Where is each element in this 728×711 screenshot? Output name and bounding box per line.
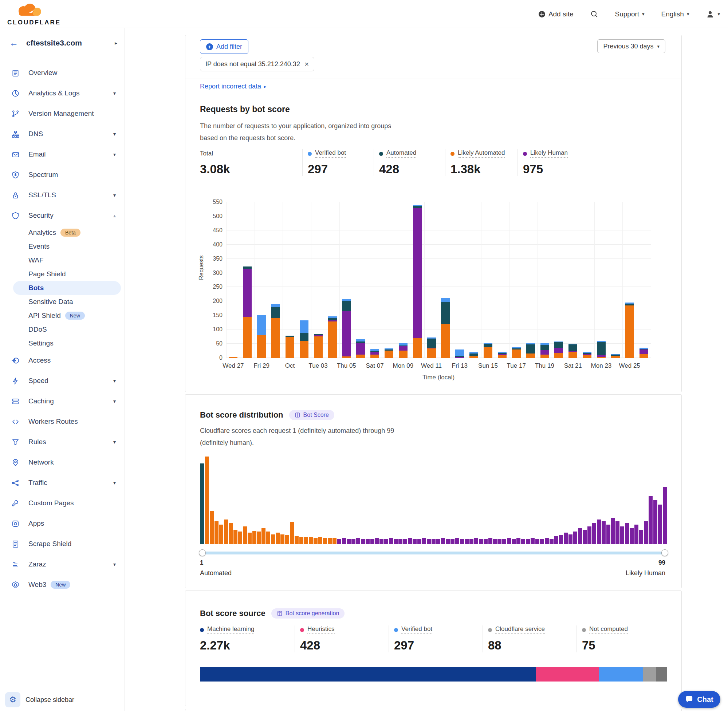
sidebar-item-email[interactable]: Email▾	[0, 144, 124, 165]
stacked-bar[interactable]	[243, 267, 252, 358]
histogram-bar-likely_human[interactable]	[554, 536, 558, 544]
stacked-bar[interactable]	[229, 357, 238, 358]
histogram-bar-likely_human[interactable]	[653, 500, 657, 544]
histogram-bar-likely_automated[interactable]	[295, 536, 298, 544]
stacked-bar[interactable]	[271, 304, 280, 358]
histogram-bar-likely_automated[interactable]	[243, 527, 247, 544]
histogram-bar-likely_human[interactable]	[549, 539, 554, 544]
histogram-bar-likely_automated[interactable]	[205, 457, 209, 544]
histogram-bar-likely_human[interactable]	[408, 538, 412, 544]
stacked-bar[interactable]	[285, 336, 294, 358]
histogram-bar-likely_human[interactable]	[648, 496, 653, 544]
search-button[interactable]	[590, 10, 598, 18]
score-range-slider[interactable]	[200, 552, 667, 555]
histogram-bar-likely_human[interactable]	[446, 539, 450, 544]
histogram-bar-likely_human[interactable]	[484, 539, 488, 544]
histogram-bar-likely_human[interactable]	[620, 527, 624, 544]
histogram-bar-likely_human[interactable]	[559, 535, 563, 544]
sidebar-item-ddos[interactable]: DDoS	[0, 323, 124, 336]
histogram-bar-likely_automated[interactable]	[224, 519, 228, 544]
histogram-bar-likely_human[interactable]	[597, 519, 601, 544]
histogram-bar-likely_automated[interactable]	[323, 538, 327, 544]
stacked-bar[interactable]	[455, 350, 464, 358]
stacked-bar[interactable]	[441, 298, 450, 358]
close-icon[interactable]: ×	[304, 60, 309, 68]
sidebar-item-custom-pages[interactable]: Custom Pages	[0, 493, 124, 513]
sidebar-item-sensitive-data[interactable]: Sensitive Data	[0, 295, 124, 309]
stacked-bar[interactable]	[611, 354, 620, 358]
histogram-bar-likely_human[interactable]	[663, 487, 667, 544]
sidebar-item-spectrum[interactable]: Spectrum	[0, 165, 124, 185]
account-menu[interactable]: ▾	[706, 10, 720, 19]
source-segment-heuristics[interactable]	[536, 667, 599, 681]
histogram-bar-likely_automated[interactable]	[299, 537, 303, 544]
collapse-sidebar-label[interactable]: Collapse sidebar	[25, 696, 74, 704]
histogram-bar-likely_automated[interactable]	[261, 528, 266, 544]
histogram-bar-likely_human[interactable]	[658, 504, 662, 544]
histogram-bar-likely_human[interactable]	[351, 539, 356, 544]
stat-label[interactable]: Verified bot	[315, 149, 346, 158]
stat-label[interactable]: Verified bot	[401, 625, 432, 634]
sidebar-item-security[interactable]: Security▴	[0, 205, 124, 226]
histogram-bar-likely_human[interactable]	[569, 534, 573, 544]
stacked-bar[interactable]	[569, 344, 577, 358]
histogram-bar-likely_human[interactable]	[588, 527, 591, 544]
sidebar-item-speed[interactable]: Speed▾	[0, 370, 124, 391]
histogram-bar-likely_human[interactable]	[441, 538, 445, 544]
histogram-bar-likely_automated[interactable]	[233, 530, 238, 544]
sidebar-item-analytics-logs[interactable]: Analytics & Logs▾	[0, 83, 124, 103]
stacked-bar[interactable]	[399, 343, 408, 358]
stacked-bar[interactable]	[540, 343, 549, 358]
histogram-bar-likely_automated[interactable]	[271, 534, 275, 544]
stacked-bar[interactable]	[328, 316, 337, 358]
histogram-bar-likely_human[interactable]	[413, 539, 416, 544]
histogram-bar-likely_human[interactable]	[356, 538, 360, 544]
histogram-bar-likely_human[interactable]	[465, 539, 469, 544]
histogram-bar-likely_automated[interactable]	[238, 531, 242, 544]
histogram-bar-likely_human[interactable]	[384, 539, 388, 544]
histogram-bar-likely_human[interactable]	[517, 538, 520, 544]
time-range-dropdown[interactable]: Previous 30 days ▾	[597, 39, 665, 53]
histogram-bar-likely_human[interactable]	[502, 539, 506, 544]
sidebar-item-access[interactable]: Access	[0, 350, 124, 370]
histogram-bar-likely_human[interactable]	[592, 523, 596, 544]
add-site-button[interactable]: Add site	[538, 10, 574, 18]
stacked-bar[interactable]	[257, 315, 266, 358]
stacked-bar[interactable]	[583, 352, 591, 358]
stat-label[interactable]: Heuristics	[307, 625, 335, 634]
histogram-bar-likely_human[interactable]	[479, 539, 483, 544]
stacked-bar[interactable]	[639, 348, 648, 358]
histogram-bar-likely_human[interactable]	[455, 538, 459, 544]
histogram-bar-likely_automated[interactable]	[285, 535, 289, 544]
stacked-bar[interactable]	[554, 341, 563, 358]
histogram-bar-likely_automated[interactable]	[290, 522, 294, 544]
report-incorrect-data-link[interactable]: Report incorrect data ▸	[200, 83, 267, 90]
histogram-bar-likely_human[interactable]	[460, 539, 464, 544]
stacked-bar[interactable]	[356, 339, 365, 358]
histogram-bar-likely_human[interactable]	[347, 539, 351, 544]
histogram-bar-likely_automated[interactable]	[266, 531, 270, 544]
histogram-bar-likely_automated[interactable]	[328, 538, 332, 544]
histogram-bar-likely_human[interactable]	[474, 538, 478, 544]
histogram-bar-likely_automated[interactable]	[309, 537, 313, 544]
histogram-bar-likely_human[interactable]	[578, 528, 582, 544]
chat-button[interactable]: Chat	[678, 691, 721, 708]
histogram-bar-likely_automated[interactable]	[313, 538, 317, 544]
histogram-bar-likely_automated[interactable]	[248, 533, 252, 544]
histogram-bar-likely_human[interactable]	[493, 539, 497, 544]
histogram-bar-likely_automated[interactable]	[253, 531, 256, 544]
sidebar-item-dns[interactable]: DNS▾	[0, 124, 124, 144]
stacked-bar[interactable]	[342, 299, 351, 358]
sidebar-item-traffic[interactable]: Traffic▾	[0, 472, 124, 493]
stat-label[interactable]: Cloudflare service	[495, 625, 545, 634]
histogram-bar-likely_human[interactable]	[625, 523, 629, 544]
stacked-bar[interactable]	[371, 349, 379, 358]
sidebar-item-waf[interactable]: WAF	[0, 254, 124, 267]
histogram-bar-likely_human[interactable]	[361, 539, 365, 544]
histogram-bar-likely_human[interactable]	[436, 539, 440, 544]
histogram-bar-likely_human[interactable]	[389, 538, 393, 544]
histogram-bar-likely_human[interactable]	[507, 538, 511, 544]
histogram-bar-likely_human[interactable]	[644, 521, 648, 544]
histogram-bar-likely_human[interactable]	[417, 539, 421, 544]
sidebar-item-workers-routes[interactable]: Workers Routes	[0, 412, 124, 432]
